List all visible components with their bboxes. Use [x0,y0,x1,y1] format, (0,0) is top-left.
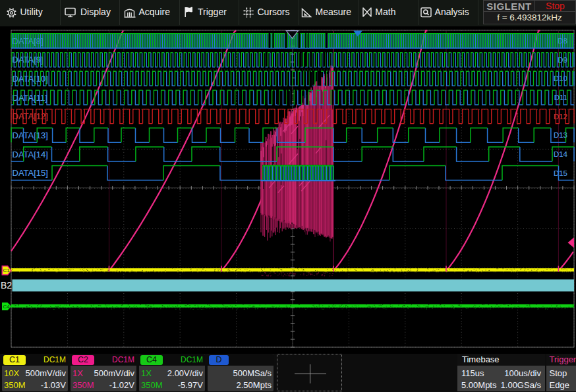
svg-text:C4: C4 [3,304,11,310]
svg-text:D14: D14 [554,150,568,158]
svg-text:DATA[12]: DATA[12] [13,111,48,121]
svg-text:DATA[10]: DATA[10] [13,74,48,84]
svg-text:DATA[9]: DATA[9] [13,55,43,65]
svg-text:DATA[8]: DATA[8] [13,36,43,46]
svg-text:D15: D15 [554,169,567,177]
svg-text:DATA[15]: DATA[15] [13,168,48,178]
svg-text:D9: D9 [558,56,567,64]
svg-text:B2: B2 [1,280,12,291]
svg-text:DATA[11]: DATA[11] [13,93,47,103]
svg-text:D8: D8 [558,37,567,45]
svg-text:DATA[13]: DATA[13] [13,130,48,140]
svg-text:D10: D10 [554,74,567,82]
svg-text:D13: D13 [554,131,567,139]
svg-text:C1: C1 [3,267,11,273]
svg-text:D12: D12 [554,113,567,121]
svg-text:D11: D11 [554,94,567,101]
svg-text:DATA[14]: DATA[14] [13,150,48,159]
